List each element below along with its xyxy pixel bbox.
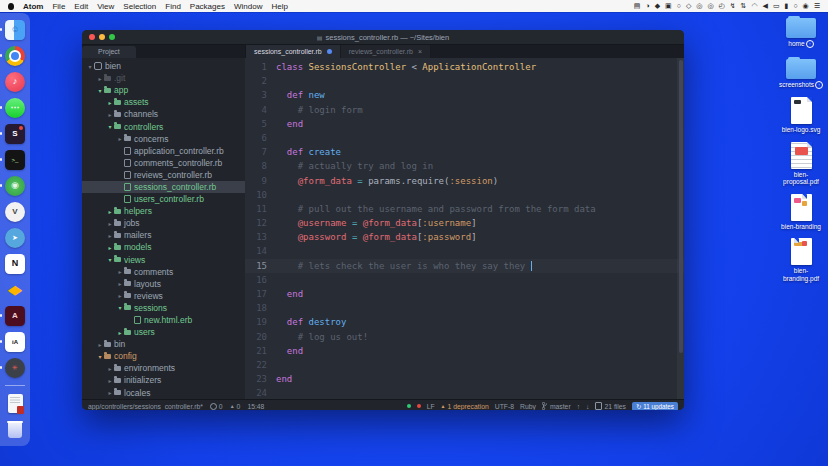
- siri-icon[interactable]: ◉: [803, 0, 809, 12]
- code-line-12[interactable]: 12 @username = @form_data[:username]: [245, 216, 684, 230]
- tree-item-comments[interactable]: ▸comments: [82, 266, 245, 278]
- display-icon[interactable]: ▤: [634, 0, 641, 12]
- tree-item-concerns[interactable]: ▸concerns: [82, 133, 245, 145]
- clock-icon[interactable]: ◴: [719, 0, 725, 12]
- desktop-icon-bien-logo.svg[interactable]: bien-logo.svg: [777, 97, 825, 134]
- tree-item-application_controller.rb[interactable]: application_controller.rb: [82, 145, 245, 157]
- code-line-16[interactable]: 16: [245, 273, 684, 287]
- dock-item-sketch[interactable]: ◆: [5, 279, 26, 300]
- tree-item-config[interactable]: ▾config: [82, 350, 245, 362]
- code-line-13[interactable]: 13 @password = @form_data[:password]: [245, 230, 684, 244]
- code-line-8[interactable]: 8 # actually try and log in: [245, 159, 684, 173]
- dock-item-acrobat[interactable]: A: [5, 305, 26, 326]
- tab-sessions_controller.rb[interactable]: sessions_controller.rb: [246, 45, 341, 58]
- warning-count[interactable]: ▲ 0: [230, 403, 241, 410]
- scrollbar-thumb[interactable]: [679, 60, 683, 353]
- info-icon[interactable]: ◑: [645, 0, 649, 12]
- file-path[interactable]: app/controllers/sessions_controller.rb*: [88, 403, 203, 410]
- dock-item-messages[interactable]: ⋯: [5, 97, 26, 118]
- tree-item-mailers[interactable]: ▸mailers: [82, 229, 245, 241]
- error-count[interactable]: 0: [210, 403, 223, 410]
- code-line-21[interactable]: 21 end: [245, 344, 684, 358]
- tree-item-users_controller.rb[interactable]: users_controller.rb: [82, 193, 245, 205]
- menu-item-packages[interactable]: Packages: [190, 2, 225, 11]
- apple-logo[interactable]: [8, 3, 14, 10]
- changed-files[interactable]: 21 files: [595, 402, 626, 410]
- circle-icon[interactable]: ○: [677, 0, 681, 12]
- dropbox-icon[interactable]: ◆: [655, 0, 660, 12]
- code-line-17[interactable]: 17 end: [245, 287, 684, 301]
- timer2-icon[interactable]: ◎: [707, 0, 713, 12]
- menu-item-window[interactable]: Window: [234, 2, 262, 11]
- dock-item-notion[interactable]: N: [5, 253, 26, 274]
- battery-icon[interactable]: ▮: [785, 0, 789, 12]
- tree-item-reviews_controller.rb[interactable]: reviews_controller.rb: [82, 169, 245, 181]
- tree-item-views[interactable]: ▾views: [82, 254, 245, 266]
- desktop-icon-bien-proposal.pdf[interactable]: bien-proposal.pdf: [777, 142, 825, 186]
- updates-badge[interactable]: ↻ 11 updates: [632, 402, 678, 411]
- editor-scrollbar[interactable]: [677, 58, 684, 399]
- menu-item-selection[interactable]: Selection: [123, 2, 156, 11]
- dock-item-stack[interactable]: [5, 393, 26, 414]
- code-line-3[interactable]: 3 def new: [245, 88, 684, 102]
- tree-item-assets[interactable]: ▸assets: [82, 96, 245, 108]
- code-line-7[interactable]: 7 def create: [245, 145, 684, 159]
- volume-icon[interactable]: ◀: [763, 0, 768, 12]
- dock-item-chrome[interactable]: [5, 45, 26, 66]
- dock-item-reel-app[interactable]: ✳: [5, 357, 26, 378]
- code-line-15[interactable]: 15 # lets check the user is who they say…: [245, 259, 684, 273]
- tree-item-initializers[interactable]: ▸initializers: [82, 374, 245, 386]
- menu-item-view[interactable]: View: [97, 2, 114, 11]
- code-editor[interactable]: 1class SessionsController < ApplicationC…: [245, 58, 684, 399]
- menu-item-help[interactable]: Help: [271, 2, 287, 11]
- desktop-icon-home[interactable]: home↑: [777, 15, 825, 48]
- tree-item-helpers[interactable]: ▸helpers: [82, 205, 245, 217]
- tree-item-channels[interactable]: ▸channels: [82, 108, 245, 120]
- tree-item-new.html.erb[interactable]: new.html.erb: [82, 314, 245, 326]
- desktop-icon-bien-branding.pdf[interactable]: bien-branding.pdf: [777, 238, 825, 282]
- language[interactable]: Ruby: [520, 403, 536, 410]
- wifi-icon[interactable]: ◠: [751, 0, 757, 12]
- tree-item-sessions_controller.rb[interactable]: sessions_controller.rb: [82, 181, 245, 193]
- lightning-icon[interactable]: ↯: [730, 0, 736, 12]
- code-line-23[interactable]: 23end: [245, 372, 684, 386]
- dock-item-finder[interactable]: ☺: [5, 19, 26, 40]
- git-branch[interactable]: master: [542, 402, 571, 410]
- tree-item-environments[interactable]: ▸environments: [82, 362, 245, 374]
- code-line-19[interactable]: 19 def destroy: [245, 315, 684, 329]
- encoding[interactable]: UTF-8: [495, 403, 514, 410]
- menu-item-edit[interactable]: Edit: [74, 2, 88, 11]
- menu-item-atom[interactable]: Atom: [23, 2, 43, 11]
- desktop-icon-screenshots[interactable]: screenshots↑: [777, 56, 825, 89]
- tree-item-controllers[interactable]: ▾controllers: [82, 120, 245, 132]
- code-line-14[interactable]: 14: [245, 244, 684, 258]
- tree-item-sessions[interactable]: ▾sessions: [82, 302, 245, 314]
- window-titlebar[interactable]: ▤ sessions_controller.rb — ~/Sites/bien: [82, 30, 684, 45]
- tree-item-models[interactable]: ▸models: [82, 241, 245, 253]
- tree-item-users[interactable]: ▸users: [82, 326, 245, 338]
- shield-icon[interactable]: ◇: [686, 0, 691, 12]
- tab-reviews_controller.rb[interactable]: reviews_controller.rb×: [341, 45, 431, 58]
- line-ending[interactable]: LF: [427, 403, 435, 410]
- dock-item-music[interactable]: ♪: [5, 71, 26, 92]
- notification-center-icon[interactable]: ☰: [814, 0, 820, 12]
- close-tab-icon[interactable]: ×: [418, 45, 422, 58]
- dock-item-green-circle-app[interactable]: ◉: [5, 175, 26, 196]
- airplay-icon[interactable]: ▭: [773, 0, 780, 12]
- code-line-2[interactable]: 2: [245, 74, 684, 88]
- dock-item-tweetbot[interactable]: ➤: [5, 227, 26, 248]
- updown-icon[interactable]: ⇅: [741, 0, 747, 12]
- code-line-5[interactable]: 5 end: [245, 117, 684, 131]
- code-line-1[interactable]: 1class SessionsController < ApplicationC…: [245, 60, 684, 74]
- menu-item-file[interactable]: File: [52, 2, 65, 11]
- code-line-22[interactable]: 22: [245, 358, 684, 372]
- dock-item-v-circle-app[interactable]: V: [5, 201, 26, 222]
- close-window-button[interactable]: [89, 34, 95, 40]
- code-line-24[interactable]: 24: [245, 386, 684, 399]
- code-line-18[interactable]: 18: [245, 301, 684, 315]
- dock-item-ia-writer[interactable]: iA: [5, 331, 26, 352]
- code-line-9[interactable]: 9 @form_data = params.require(:session): [245, 174, 684, 188]
- tree-item-bin[interactable]: ▸bin: [82, 338, 245, 350]
- tree-item-locales[interactable]: ▸locales: [82, 387, 245, 399]
- deprecation-warning[interactable]: ▲ 1 deprecation: [441, 403, 489, 410]
